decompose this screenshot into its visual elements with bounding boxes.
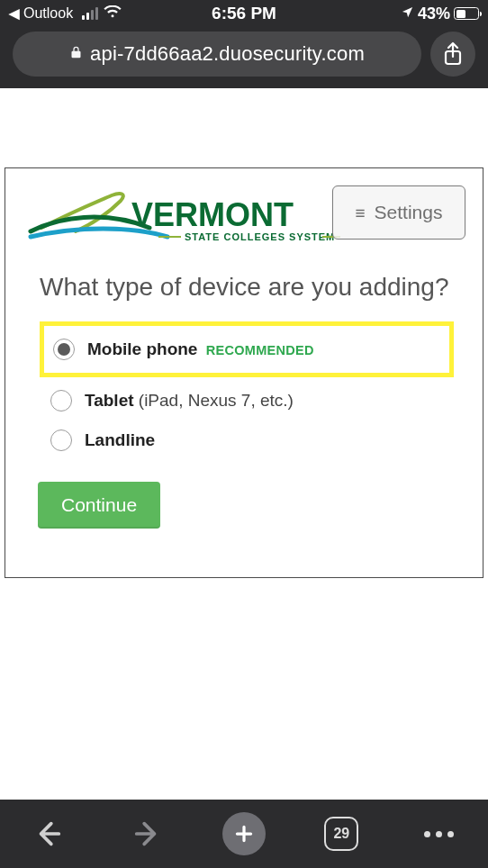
plus-circle-icon <box>222 812 266 855</box>
recommended-badge: RECOMMENDED <box>206 343 314 357</box>
share-button[interactable] <box>430 32 475 77</box>
option-mobile-phone[interactable]: Mobile phone RECOMMENDED <box>40 321 454 377</box>
header-row: VERMONT STATE COLLEGES SYSTEM ≡ Settings <box>23 186 465 248</box>
duo-enrollment-frame: VERMONT STATE COLLEGES SYSTEM ≡ Settings… <box>5 167 483 578</box>
radio-tablet[interactable] <box>50 390 72 411</box>
enrollment-card: What type of device are you adding? Mobi… <box>23 249 465 554</box>
vermont-state-colleges-logo: VERMONT STATE COLLEGES SYSTEM <box>23 186 348 249</box>
share-icon <box>442 41 464 67</box>
hamburger-icon: ≡ <box>356 204 366 222</box>
question-heading: What type of device are you adding? <box>40 271 450 303</box>
option-landline[interactable]: Landline <box>43 422 450 458</box>
svg-text:VERMONT: VERMONT <box>131 196 294 233</box>
arrow-left-icon <box>33 818 64 849</box>
lock-icon <box>69 44 83 65</box>
forward-button[interactable] <box>120 807 174 861</box>
back-button[interactable] <box>22 807 76 861</box>
tabs-button[interactable]: 29 <box>314 807 368 861</box>
url-pill[interactable]: api-7dd66aa2.duosecurity.com <box>13 32 421 77</box>
battery-percent: 43% <box>418 5 450 23</box>
battery-icon <box>454 7 479 20</box>
page-viewport: VERMONT STATE COLLEGES SYSTEM ≡ Settings… <box>0 88 488 800</box>
option-tablet[interactable]: Tablet (iPad, Nexus 7, etc.) <box>43 383 450 419</box>
ios-status-bar: ◀ Outlook 6:56 PM 43% <box>0 0 488 27</box>
option-mobile-phone-label: Mobile phone RECOMMENDED <box>87 339 314 359</box>
continue-button[interactable]: Continue <box>38 482 160 529</box>
status-right-cluster: 43% <box>401 5 479 23</box>
option-landline-label: Landline <box>85 430 155 450</box>
option-tablet-label: Tablet (iPad, Nexus 7, etc.) <box>85 391 294 411</box>
settings-button[interactable]: ≡ Settings <box>332 185 465 240</box>
device-type-options: Mobile phone RECOMMENDED Tablet (iPad, N… <box>38 325 450 458</box>
safari-bottom-toolbar: 29 <box>0 800 488 868</box>
svg-text:STATE COLLEGES SYSTEM: STATE COLLEGES SYSTEM <box>185 231 335 242</box>
safari-url-bar-area: api-7dd66aa2.duosecurity.com <box>0 27 488 88</box>
location-services-icon <box>401 5 414 23</box>
radio-mobile-phone[interactable] <box>53 339 75 360</box>
url-host: api-7dd66aa2.duosecurity.com <box>90 42 365 66</box>
tabs-count-badge: 29 <box>324 817 358 851</box>
menu-button[interactable] <box>412 807 466 861</box>
radio-landline[interactable] <box>50 429 72 451</box>
battery-fill <box>456 10 465 18</box>
settings-label: Settings <box>375 202 443 223</box>
arrow-right-icon <box>131 818 162 849</box>
new-tab-button[interactable] <box>217 807 271 861</box>
ellipsis-icon <box>424 831 454 837</box>
